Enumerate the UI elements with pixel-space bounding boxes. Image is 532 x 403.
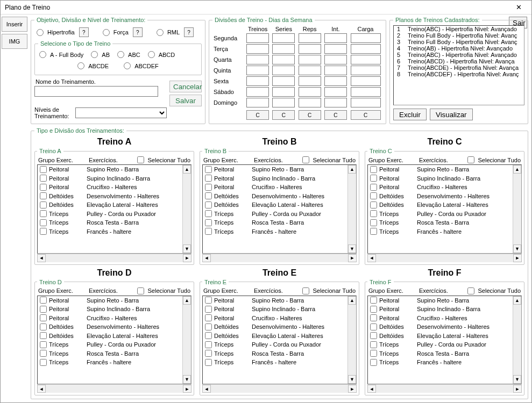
exercise-row[interactable]: Tríceps Rosca Testa - Barra — [38, 218, 182, 227]
exercise-row[interactable]: Peitoral Supino Reto - Barra — [368, 296, 513, 305]
exercise-checkbox[interactable] — [370, 219, 377, 226]
input-carga-5[interactable] — [351, 87, 381, 97]
input-reps-6[interactable] — [299, 98, 321, 107]
cbtn-treinos[interactable]: C — [246, 110, 269, 120]
input-series-1[interactable] — [272, 44, 295, 54]
radio-tipo-ab[interactable]: AB — [91, 51, 110, 58]
exercise-checkbox[interactable] — [205, 219, 212, 226]
exercise-row[interactable]: Tríceps Pulley - Corda ou Puxador — [368, 340, 513, 349]
exercise-checkbox[interactable] — [205, 359, 212, 366]
exercise-row[interactable]: Peitoral Supino Inclinado - Barra — [368, 305, 513, 314]
exercise-row[interactable]: Tríceps Rosca Testa - Barra — [203, 218, 347, 227]
exercise-checkbox[interactable] — [370, 184, 377, 191]
scroll-down-icon[interactable]: ▼ — [348, 244, 356, 253]
hscrollbar[interactable]: ◄ ► — [367, 254, 522, 262]
select-all-a[interactable]: Selecionar Tudo — [137, 156, 191, 163]
exercise-checkbox[interactable] — [370, 202, 377, 208]
exercise-row[interactable]: Peitoral Supino Inclinado - Barra — [368, 174, 513, 183]
exercise-checkbox[interactable] — [370, 166, 377, 173]
exercise-row[interactable]: Deltóides Desenvolvimento - Halteres — [38, 322, 182, 332]
exercise-checkbox[interactable] — [205, 228, 212, 235]
input-carga-6[interactable] — [351, 98, 381, 107]
scroll-left-icon[interactable]: ◄ — [202, 254, 211, 262]
radio-tipo-a[interactable]: A - Full Body — [39, 51, 83, 58]
cbtn-carga[interactable]: C — [351, 110, 381, 120]
exercise-row[interactable]: Tríceps Pulley - Corda ou Puxador — [203, 340, 347, 349]
exercise-checkbox[interactable] — [40, 219, 47, 226]
exercise-checkbox[interactable] — [205, 314, 212, 321]
plano-row[interactable]: 3Treino Full Body - Hipertrofia Nivel: A… — [394, 39, 524, 45]
exercise-row[interactable]: Peitoral Crucifixo - Halteres — [368, 183, 513, 192]
exercise-checkbox[interactable] — [40, 359, 47, 366]
exercise-row[interactable]: Peitoral Crucifixo - Halteres — [203, 314, 347, 323]
exercise-row[interactable]: Tríceps Rosca Testa - Barra — [203, 349, 347, 358]
exercise-row[interactable]: Deltóides Desenvolvimento - Halteres — [203, 322, 347, 332]
tab-inserir[interactable]: Inserir — [2, 17, 27, 32]
input-carga-4[interactable] — [351, 76, 381, 86]
exercise-checkbox[interactable] — [205, 350, 212, 357]
exercise-checkbox[interactable] — [40, 166, 47, 173]
scroll-left-icon[interactable]: ◄ — [367, 254, 376, 262]
exercise-checkbox[interactable] — [370, 228, 377, 235]
help-rml[interactable]: ? — [184, 27, 194, 37]
exercise-row[interactable]: Tríceps Rosca Testa - Barra — [368, 218, 513, 227]
cbtn-reps[interactable]: C — [299, 110, 321, 120]
exercise-row[interactable]: Peitoral Crucifixo - Halteres — [38, 314, 182, 323]
scroll-up-icon[interactable]: ▲ — [348, 165, 356, 174]
input-int-5[interactable] — [324, 87, 347, 97]
plano-row[interactable]: 8Treino(ABCDEF) - Hipertrofia Nivel: Ava… — [394, 71, 524, 77]
exercise-checkbox[interactable] — [205, 332, 212, 339]
exercise-checkbox[interactable] — [370, 332, 377, 339]
exercise-row[interactable]: Peitoral Supino Inclinado - Barra — [203, 174, 347, 183]
exercise-checkbox[interactable] — [370, 359, 377, 366]
input-carga-2[interactable] — [351, 55, 381, 64]
exercise-checkbox[interactable] — [40, 202, 47, 208]
plano-row[interactable]: 6Treino(ABCD) - Hipertrofia Nivel: Avanç… — [394, 58, 524, 64]
input-carga-3[interactable] — [351, 66, 381, 75]
select-niveis[interactable] — [75, 107, 167, 118]
input-series-4[interactable] — [272, 76, 295, 86]
select-all-e[interactable]: Selecionar Tudo — [302, 287, 356, 294]
scroll-up-icon[interactable]: ▲ — [348, 296, 356, 305]
input-carga-0[interactable] — [351, 33, 381, 43]
select-all-f[interactable]: Selecionar Tudo — [467, 287, 521, 294]
exercise-row[interactable]: Tríceps Rosca Testa - Barra — [368, 349, 513, 358]
exercise-checkbox[interactable] — [370, 350, 377, 357]
input-reps-1[interactable] — [299, 44, 321, 54]
scroll-down-icon[interactable]: ▼ — [183, 244, 191, 253]
exercise-row[interactable]: Tríceps Francês - haltere — [368, 358, 513, 367]
exercise-checkbox[interactable] — [205, 192, 212, 199]
scroll-left-icon[interactable]: ◄ — [367, 385, 376, 393]
scroll-up-icon[interactable]: ▲ — [513, 165, 521, 174]
scroll-down-icon[interactable]: ▼ — [183, 375, 191, 384]
scroll-right-icon[interactable]: ► — [183, 254, 191, 262]
plano-row[interactable]: 5Treino(ABC) - Hipertrofia Nivel: Avança… — [394, 52, 524, 58]
hscrollbar[interactable]: ◄ ► — [202, 254, 357, 262]
hscrollbar[interactable]: ◄ ► — [37, 254, 191, 262]
exercise-row[interactable]: Tríceps Francês - haltere — [203, 358, 347, 367]
exercise-checkbox[interactable] — [40, 332, 47, 339]
exercise-row[interactable]: Peitoral Supino Reto - Barra — [368, 165, 513, 174]
hscrollbar[interactable]: ◄ ► — [202, 384, 357, 393]
exercise-row[interactable]: Tríceps Francês - haltere — [38, 358, 182, 367]
vscrollbar[interactable]: ▲ ▼ — [347, 296, 356, 384]
visualizar-button[interactable]: Visualizar — [430, 109, 473, 120]
scroll-down-icon[interactable]: ▼ — [513, 244, 521, 253]
hscrollbar[interactable]: ◄ ► — [367, 384, 522, 393]
vscrollbar[interactable]: ▲ ▼ — [513, 296, 521, 384]
exercise-row[interactable]: Peitoral Supino Reto - Barra — [203, 165, 347, 174]
scroll-right-icon[interactable]: ► — [183, 385, 191, 393]
exercise-checkbox[interactable] — [40, 297, 47, 304]
exercise-row[interactable]: Tríceps Pulley - Corda ou Puxador — [368, 210, 513, 219]
exercise-row[interactable]: Deltóides Desenvolvimento - Halteres — [38, 192, 182, 201]
exercise-row[interactable]: Peitoral Supino Reto - Barra — [203, 296, 347, 305]
plano-row[interactable]: 7Treino(ABCDE) - Hipertrofia Nivel: Avan… — [394, 64, 524, 71]
excluir-button[interactable]: Excluir — [393, 109, 427, 120]
plano-row[interactable]: 4Treino(AB) - Hipertrofia Nivel: Avançad… — [394, 45, 524, 52]
exercise-row[interactable]: Deltóides Desenvolvimento - Halteres — [203, 192, 347, 201]
exercise-row[interactable]: Peitoral Crucifixo - Halteres — [368, 314, 513, 323]
cancelar-button[interactable]: Cancelar — [169, 81, 202, 92]
scroll-right-icon[interactable]: ► — [348, 385, 357, 393]
exercise-checkbox[interactable] — [370, 297, 377, 304]
exercise-checkbox[interactable] — [40, 184, 47, 191]
